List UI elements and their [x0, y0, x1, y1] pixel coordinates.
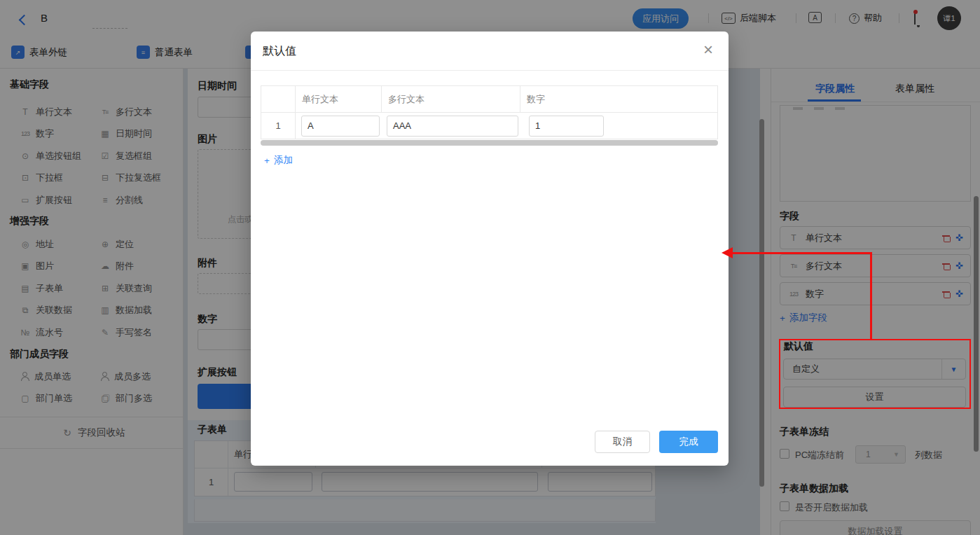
- done-button[interactable]: 完成: [659, 431, 718, 453]
- number-value-input[interactable]: 1: [529, 116, 604, 137]
- annotation-arrowhead: [722, 247, 733, 258]
- row-index: 1: [261, 112, 296, 139]
- index-column-header: [261, 86, 296, 112]
- annotation-arrow-line-horizontal: [732, 252, 872, 254]
- annotation-highlight-rect: [779, 339, 971, 409]
- column-header-number: 数字: [520, 86, 717, 112]
- add-row-link[interactable]: + 添加: [264, 154, 293, 167]
- single-line-value-input[interactable]: A: [301, 116, 380, 137]
- modal-header-divider: [251, 70, 729, 71]
- default-value-modal: 默认值 × 单行文本 多行文本 数字 1 A AAA 1 + 添加 取消 完成: [251, 32, 729, 466]
- close-icon[interactable]: ×: [703, 40, 713, 60]
- cancel-button[interactable]: 取消: [595, 431, 650, 453]
- annotation-arrow-line-vertical: [870, 252, 872, 340]
- column-header-multi-line: 多行文本: [382, 86, 520, 112]
- default-value-table: 单行文本 多行文本 数字 1 A AAA 1: [261, 85, 718, 139]
- table-row-divider: [261, 112, 717, 113]
- table-horizontal-scrollbar[interactable]: [261, 140, 718, 146]
- plus-icon: +: [264, 155, 270, 166]
- multi-line-value-input[interactable]: AAA: [387, 116, 518, 137]
- app-root: B 应用访问 </> 后端脚本 A ? 帮助 谭1 ↗ 表单外链 ≡ 普通表单 …: [0, 0, 980, 535]
- modal-title: 默认值: [263, 44, 296, 59]
- add-row-label: 添加: [274, 154, 293, 167]
- column-header-single-line: 单行文本: [296, 86, 382, 112]
